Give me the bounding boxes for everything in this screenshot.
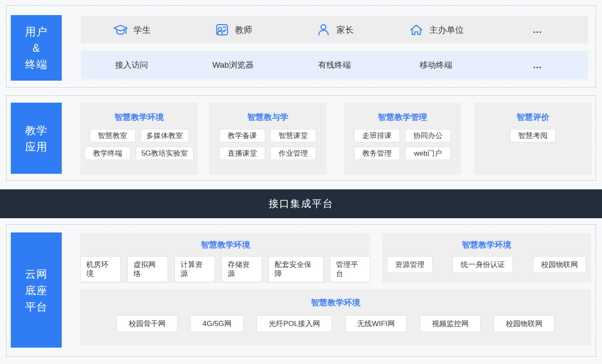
chip-machine-room: 机房环境 <box>80 256 121 282</box>
chip-smart-class: 智慧课堂 <box>270 129 316 142</box>
card-title: 智慧教学环境 <box>382 239 591 250</box>
role-parent: 家长 <box>284 22 385 38</box>
card-title: 智慧教学环境 <box>80 112 198 122</box>
card-smart-teaching-environment: 智慧教学环境 智慧教室 多媒体教室 教学终端 5G教培实验室 <box>80 103 198 175</box>
chip-row: 教学备课 智慧课堂 <box>209 129 326 142</box>
chip-row: 走班排课 协同办公 <box>344 129 461 142</box>
chip-homework-management: 作业管理 <box>270 147 316 160</box>
chip-row: 资源管理 统一身份认证 校园物联网 <box>382 256 591 273</box>
chip-smart-exam-review: 智慧考阅 <box>510 129 556 142</box>
role-label-student: 学生 <box>133 24 151 36</box>
chip-row: 教学终端 5G教培实验室 <box>80 147 198 160</box>
chip-row: 校园骨干网 4G/5G网 光纤POL接入网 无线WIFI网 视频监控网 校园物联… <box>80 315 591 332</box>
role-organizer: 主办单位 <box>385 22 487 38</box>
chip-row: 直播课堂 作业管理 <box>209 147 326 160</box>
chip-multimedia-classroom: 多媒体教室 <box>141 129 189 142</box>
chip-campus-iot-network: 校园物联网 <box>494 315 554 332</box>
chip-collaborative-office: 协同办公 <box>405 129 451 142</box>
section-cloud-network-platform: 云网 底座 平台 智慧教学环境 机房环境 虚拟网络 计算资源 存储资源 配套安全… <box>6 224 596 357</box>
chip-row: 智慧教室 多媒体教室 <box>80 129 198 142</box>
access-item-web-browser: Wab浏览器 <box>182 60 284 71</box>
section-label-teaching-apps: 教学 应用 <box>11 103 62 174</box>
chip-row: 智慧考阅 <box>474 129 592 142</box>
chip-class-scheduling: 走班排课 <box>354 129 400 142</box>
access-item-wired-terminal: 有线终端 <box>284 60 385 71</box>
card-title: 智慧教学环境 <box>80 297 591 308</box>
card-title: 智慧教与学 <box>209 112 326 122</box>
section-users-terminals: 用户 & 终端 学生 <box>6 5 596 88</box>
chip-wireless-wifi-network: 无线WIFI网 <box>345 315 407 332</box>
role-label-teacher: 教师 <box>235 24 252 36</box>
chip-fiber-pol-access-network: 光纤POL接入网 <box>257 315 332 332</box>
role-label-parent: 家长 <box>336 24 354 36</box>
chip-campus-backbone-network: 校园骨干网 <box>117 315 177 332</box>
access-item-mobile-terminal: 移动终端 <box>385 60 487 71</box>
card-infrastructure: 智慧教学环境 机房环境 虚拟网络 计算资源 存储资源 配套安全保障 管理平台 <box>80 233 371 283</box>
house-icon <box>408 22 425 38</box>
chip-resource-management: 资源管理 <box>387 256 433 273</box>
role-student: 学生 <box>81 22 182 38</box>
integration-platform-band: 接口集成平台 <box>0 189 602 218</box>
integration-platform-title: 接口集成平台 <box>269 197 333 210</box>
chip-5g-training-lab: 5G教培实验室 <box>136 147 193 160</box>
card-smart-teaching-learning: 智慧教与学 教学备课 智慧课堂 直播课堂 作业管理 <box>209 103 326 175</box>
role-teacher: 教师 <box>182 22 284 38</box>
section-label-users-terminals: 用户 & 终端 <box>11 15 62 81</box>
access-more-ellipsis: ... <box>487 60 588 70</box>
access-band: 接入访问 Wab浏览器 有线终端 移动终端 ... <box>81 51 588 79</box>
chip-live-class: 直播课堂 <box>219 147 265 160</box>
chip-security-assurance: 配套安全保障 <box>269 256 323 282</box>
card-smart-teaching-management: 智慧教学管理 走班排课 协同办公 教务管理 web门户 <box>344 103 461 175</box>
chip-storage-resources: 存储资源 <box>222 256 262 282</box>
chip-row: 机房环境 虚拟网络 计算资源 存储资源 配套安全保障 管理平台 <box>80 256 371 282</box>
card-platform-services: 智慧教学环境 资源管理 统一身份认证 校园物联网 <box>382 233 591 283</box>
card-title: 智慧评价 <box>474 112 592 122</box>
chip-unified-identity-auth: 统一身份认证 <box>453 256 513 273</box>
chip-video-surveillance-network: 视频监控网 <box>420 315 481 332</box>
roles-band: 学生 教师 <box>81 16 588 44</box>
chip-lesson-preparation: 教学备课 <box>219 129 265 142</box>
person-icon <box>315 22 332 38</box>
card-title: 智慧教学环境 <box>80 239 371 250</box>
chip-academic-management: 教务管理 <box>354 147 400 160</box>
id-card-icon <box>214 22 230 38</box>
card-smart-evaluation: 智慧评价 智慧考阅 <box>474 103 592 175</box>
chip-teaching-terminal: 教学终端 <box>85 147 130 160</box>
graduation-cap-icon <box>112 22 129 38</box>
access-item-network-access: 接入访问 <box>81 60 182 71</box>
chip-management-platform: 管理平台 <box>330 256 371 282</box>
chip-web-portal: web门户 <box>405 147 451 160</box>
chip-row: 教务管理 web门户 <box>344 147 461 160</box>
section-teaching-apps: 教学 应用 智慧教学环境 智慧教室 多媒体教室 教学终端 5G教培实验室 智慧教… <box>6 95 596 181</box>
roles-more-ellipsis: ... <box>487 25 588 35</box>
chip-campus-iot: 校园物联网 <box>533 256 586 273</box>
chip-4g-5g-network: 4G/5G网 <box>190 315 244 332</box>
section-label-cloud-network-platform: 云网 底座 平台 <box>11 232 62 348</box>
chip-smart-classroom: 智慧教室 <box>90 129 136 142</box>
role-label-organizer: 主办单位 <box>429 24 464 36</box>
chip-computing-resources: 计算资源 <box>174 256 215 282</box>
card-title: 智慧教学管理 <box>344 112 461 122</box>
card-networks: 智慧教学环境 校园骨干网 4G/5G网 光纤POL接入网 无线WIFI网 视频监… <box>80 289 591 345</box>
chip-virtual-network: 虚拟网络 <box>127 256 168 282</box>
